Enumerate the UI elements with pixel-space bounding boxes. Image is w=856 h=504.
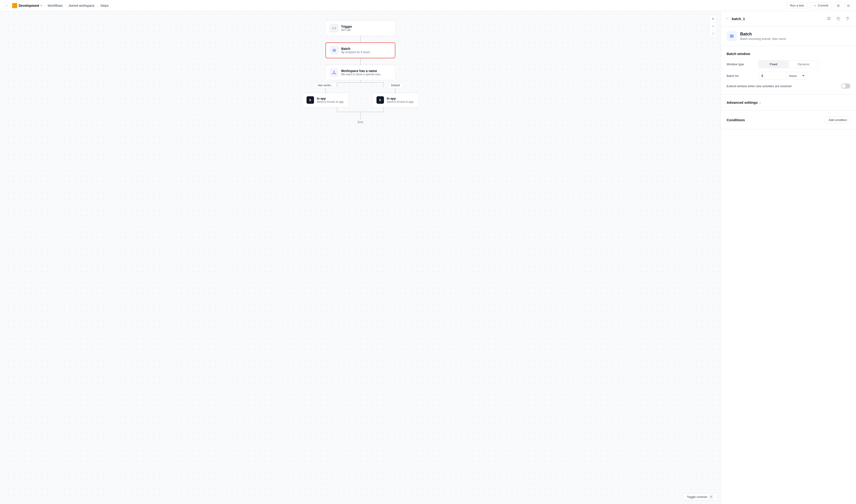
advanced-settings-section: Advanced settings › bbox=[721, 94, 856, 111]
batch-for-row: Batch for minutes hours days bbox=[727, 72, 851, 80]
add-condition-button[interactable]: Add condition bbox=[825, 116, 851, 124]
advanced-settings-row[interactable]: Advanced settings › bbox=[727, 100, 851, 105]
branch-merge bbox=[316, 107, 405, 114]
branch-node-text: Workspace has a name We want to show a s… bbox=[341, 69, 382, 76]
branch-merge-svg bbox=[316, 107, 405, 114]
connector-left: ▼ bbox=[325, 88, 326, 93]
nav-separator2: › bbox=[65, 4, 66, 7]
connector-1: ▼ bbox=[360, 36, 361, 42]
inapp-node-right[interactable]: k In-app Send to Knock in-app bbox=[372, 93, 419, 107]
window-type-fixed[interactable]: Fixed bbox=[759, 60, 789, 68]
commit-button[interactable]: ↪ Commit bbox=[810, 2, 832, 9]
branch-split-top bbox=[316, 80, 405, 83]
panel-title: batch_1 bbox=[732, 17, 745, 21]
nav-right: Run a test ↪ Commit ⊞ ⊟ bbox=[786, 2, 852, 9]
svg-rect-15 bbox=[730, 35, 734, 35]
panel-header-left: ← batch_1 bbox=[726, 17, 745, 21]
batch-name: Batch bbox=[341, 47, 370, 51]
inapp-left-text: In-app Send to Knock in-app bbox=[317, 97, 344, 104]
step-info: Batch Batch incoming events, then send bbox=[721, 26, 856, 46]
extend-toggle[interactable] bbox=[841, 84, 851, 89]
workflow-nodes: Trigger API call ▼ Batch bbox=[279, 20, 442, 126]
copy-icon bbox=[836, 17, 840, 21]
branch-name: Workspace has a name bbox=[341, 69, 382, 73]
zoom-in-button[interactable]: + bbox=[709, 15, 717, 23]
trash-icon bbox=[845, 17, 850, 21]
trigger-node-icon bbox=[330, 24, 338, 32]
nav-separator: › bbox=[44, 4, 46, 7]
layout-icon-button-1[interactable]: ⊞ bbox=[835, 2, 842, 9]
advanced-chevron-icon: › bbox=[760, 101, 761, 105]
batch-node-text: Batch By recipient for 8 hours bbox=[341, 47, 370, 54]
brand-chevron-icon[interactable]: ▾ bbox=[40, 4, 42, 7]
inapp-right-text: In-app Send to Knock in-app bbox=[387, 97, 413, 104]
book-icon bbox=[827, 17, 831, 21]
svg-point-5 bbox=[335, 73, 336, 74]
trigger-node-text: Trigger API call bbox=[341, 25, 352, 32]
brand-label: Development bbox=[19, 4, 39, 7]
window-type-row: Window type Fixed Dynamic bbox=[727, 60, 851, 68]
workflow-canvas[interactable]: + − ⛶ Trigger API call ▼ bbox=[0, 11, 721, 504]
branch-node[interactable]: Workspace has a name We want to show a s… bbox=[325, 65, 395, 80]
batch-unit-select[interactable]: minutes hours days bbox=[786, 72, 807, 80]
batch-window-section: Batch window Window type Fixed Dynamic B… bbox=[721, 46, 856, 94]
svg-point-4 bbox=[333, 73, 333, 74]
svg-rect-14 bbox=[838, 18, 840, 20]
branch-node-icon bbox=[330, 68, 338, 77]
knock-icon-right: k bbox=[376, 96, 384, 104]
commit-label: Commit bbox=[818, 4, 828, 7]
batch-node[interactable]: Batch By recipient for 8 hours bbox=[325, 42, 395, 58]
nav-workspace-link[interactable]: Joined workspace bbox=[69, 4, 95, 7]
inapp-left-name: In-app bbox=[317, 97, 344, 100]
step-icon-large bbox=[727, 31, 737, 41]
svg-rect-16 bbox=[730, 36, 734, 37]
batch-for-label: Batch for bbox=[727, 74, 754, 78]
trigger-node[interactable]: Trigger API call bbox=[325, 20, 395, 36]
window-type-dynamic[interactable]: Dynamic bbox=[789, 60, 819, 68]
connector-2: ▼ bbox=[360, 58, 361, 65]
window-type-label: Window type bbox=[727, 62, 754, 66]
main-area: + − ⛶ Trigger API call ▼ bbox=[0, 11, 856, 504]
top-nav: ‹ 🔶 Development ▾ › Workflows › Joined w… bbox=[0, 0, 856, 11]
svg-rect-17 bbox=[730, 37, 734, 38]
svg-rect-1 bbox=[333, 50, 336, 51]
inapp-left-desc: Send to Knock in-app bbox=[317, 100, 344, 104]
panel-header-actions bbox=[825, 15, 851, 22]
run-test-button[interactable]: Run a test bbox=[786, 2, 807, 9]
layout-icon-button-2[interactable]: ⊟ bbox=[845, 2, 852, 9]
branch-split-svg bbox=[316, 80, 405, 90]
conditions-header: Conditions Add condition bbox=[727, 116, 851, 124]
conditions-section: Conditions Add condition bbox=[721, 111, 856, 129]
connector-end: ▼ bbox=[360, 114, 361, 119]
commit-icon: ↪ bbox=[814, 4, 816, 7]
brand-icon: 🔶 bbox=[12, 3, 17, 8]
zoom-out-button[interactable]: − bbox=[709, 23, 717, 30]
panel-copy-button[interactable] bbox=[835, 15, 842, 22]
extend-label: Extend window when new activities are re… bbox=[727, 84, 791, 88]
toggle-controls-button[interactable]: Toggle controls K bbox=[683, 493, 717, 500]
window-type-toggle: Fixed Dynamic bbox=[758, 60, 819, 68]
batch-for-controls: minutes hours days bbox=[758, 72, 851, 80]
zoom-controls: + − ⛶ bbox=[709, 15, 717, 38]
knock-icon-left: k bbox=[306, 96, 314, 104]
step-desc: Batch incoming events, then send bbox=[740, 37, 786, 40]
panel-book-button[interactable] bbox=[825, 15, 833, 22]
nav-steps-link[interactable]: Steps bbox=[100, 4, 109, 7]
branch-icon bbox=[332, 70, 336, 75]
zoom-fit-button[interactable]: ⛶ bbox=[709, 30, 717, 38]
batch-icon bbox=[332, 48, 336, 52]
right-panel: ← batch_1 bbox=[721, 11, 856, 504]
trigger-desc: API call bbox=[341, 29, 352, 32]
code-icon bbox=[332, 26, 336, 30]
panel-header: ← batch_1 bbox=[721, 11, 856, 26]
nav-back-button[interactable]: ‹ bbox=[4, 2, 10, 9]
step-text: Batch Batch incoming events, then send bbox=[740, 32, 786, 40]
inapp-node-left[interactable]: k In-app Send to Knock in-app bbox=[302, 93, 349, 107]
batch-value-input[interactable] bbox=[758, 72, 786, 80]
svg-rect-2 bbox=[333, 51, 336, 52]
panel-trash-button[interactable] bbox=[844, 15, 851, 22]
advanced-label: Advanced settings bbox=[727, 101, 757, 105]
panel-back-button[interactable]: ← bbox=[726, 17, 729, 21]
connector-right: ▼ bbox=[395, 88, 396, 93]
nav-workflows-link[interactable]: Workflows bbox=[48, 4, 63, 7]
